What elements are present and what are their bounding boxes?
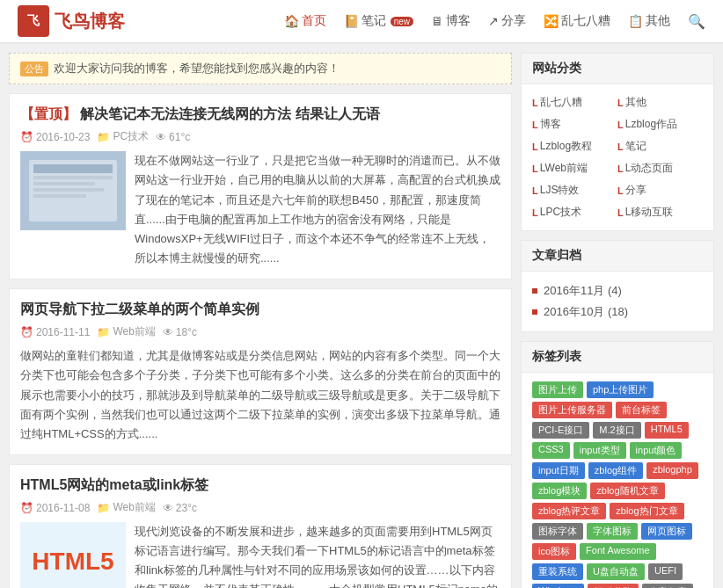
sidebar-tags-content: 图片上传php上传图片图片上传服务器前台标签PCI-E接口M.2接口HTML5C… (522, 373, 713, 588)
svg-rect-4 (33, 182, 95, 185)
category-item[interactable]: LLWeb前端 (532, 159, 617, 178)
tag-item[interactable]: Font Awesome (580, 543, 656, 560)
logo-text: 飞鸟博客 (55, 10, 125, 33)
nav-home[interactable]: 🏠 首页 (284, 13, 326, 29)
tag-item[interactable]: zblogphp (646, 462, 698, 479)
post-meta: ⏰ 2016-11-11 📁 Web前端 👁 18°c (20, 324, 500, 339)
category-item[interactable]: LLJS特效 (532, 181, 617, 200)
tag-item[interactable]: 前台标签 (616, 402, 667, 418)
category-item[interactable]: LLzblog教程 (532, 137, 617, 156)
tag-item[interactable]: php上传图片 (587, 381, 654, 398)
post-title: 网页导航下拉二级菜单的两个简单实例 (20, 300, 500, 319)
header: 飞 飞鸟博客 🏠 首页 📔 笔记new 🖥 博客 ↗ 分享 🔀 乱七八糟 📋 其… (0, 0, 723, 44)
tag-item[interactable]: input日期 (532, 462, 585, 479)
tag-item[interactable]: ico图标 (532, 543, 576, 560)
tags-container: 图片上传php上传图片图片上传服务器前台标签PCI-E接口M.2接口HTML5C… (532, 381, 703, 588)
tag-item[interactable]: 字体图标 (587, 523, 638, 540)
tag-item[interactable]: UEFI (648, 563, 683, 580)
tag-item[interactable]: zblog随机文章 (590, 483, 664, 499)
sidebar-categories-content: L乱七八糟 L其他 L博客 LLzblog作品 LLzblog教程 L笔记 LL… (522, 84, 713, 230)
tag-item[interactable]: zblog模块 (532, 483, 587, 499)
archive-dot-icon (532, 309, 537, 315)
tag-item[interactable]: 网页图标 (641, 523, 692, 540)
html5-logo: HTML5 (32, 548, 113, 576)
container: 公告 欢迎大家访问我的博客，希望您能找到您感兴趣的内容！ 【置顶】 解决笔记本无… (0, 44, 723, 588)
post-title: HTML5网站的meta或link标签 (20, 475, 500, 495)
post-views: 👁 18°c (163, 326, 197, 338)
category-item[interactable]: LLzblog作品 (617, 115, 703, 134)
tag-item[interactable]: 图片上传服务器 (532, 402, 612, 418)
post-meta: ⏰ 2016-11-08 📁 Web前端 👁 23°c (20, 500, 500, 515)
tag-item[interactable]: 图片上传 (532, 381, 583, 398)
post-excerpt: 做网站的童鞋们都知道，尤其是做博客站或是分类信息网站，网站的内容有多个类型。同一… (20, 346, 500, 443)
nav-other[interactable]: 📋 其他 (628, 13, 670, 29)
post-link[interactable]: 解决笔记本无法连接无线网的方法 结果让人无语 (80, 106, 379, 121)
sidebar-archives: 文章归档 2016年11月 (4) 2016年10月 (18) (521, 240, 714, 332)
post-category[interactable]: 📁 PC技术 (97, 129, 149, 144)
sidebar: 网站分类 L乱七八糟 L其他 L博客 LLzblog作品 LLzblog教程 L… (521, 53, 714, 588)
post-excerpt: 现代浏览设备的不断发展和进步，越来越多的页面需要用到HTML5网页标记语言进行编… (135, 522, 500, 588)
post-category[interactable]: 📁 Web前端 (97, 324, 155, 339)
post-link[interactable]: HTML5网站的meta或link标签 (20, 477, 208, 492)
svg-rect-2 (33, 164, 113, 173)
tag-item[interactable]: HTML5 (645, 422, 689, 439)
svg-rect-3 (33, 176, 113, 179)
post-link[interactable]: 网页导航下拉二级菜单的两个简单实例 (20, 301, 259, 316)
category-item[interactable]: LL移动互联 (617, 203, 703, 221)
categories-grid: L乱七八糟 L其他 L博客 LLzblog作品 LLzblog教程 L笔记 LL… (532, 93, 703, 221)
tag-item[interactable]: U盘自动盘 (587, 563, 645, 580)
post-item: HTML5网站的meta或link标签 ⏰ 2016-11-08 📁 Web前端… (9, 464, 512, 588)
tag-item[interactable]: CSS3 (532, 442, 570, 459)
archive-dot-icon (532, 288, 537, 294)
sidebar-section-title: 文章归档 (522, 241, 713, 272)
welcome-text: 欢迎大家访问我的博客，希望您能找到您感兴趣的内容！ (54, 61, 340, 76)
nav-share[interactable]: ↗ 分享 (488, 13, 526, 29)
sidebar-section-title: 标签列表 (522, 342, 713, 373)
search-icon[interactable]: 🔍 (688, 13, 705, 30)
tag-item[interactable]: zblog热评文章 (532, 503, 606, 519)
post-title: 【置顶】 解决笔记本无法连接无线网的方法 结果让人无语 (20, 105, 500, 124)
tag-item[interactable]: Windows (532, 584, 584, 588)
svg-rect-6 (33, 194, 86, 198)
post-meta: ⏰ 2016-10-23 📁 PC技术 👁 61°c (20, 129, 500, 144)
post-content: 做网站的童鞋们都知道，尤其是做博客站或是分类信息网站，网站的内容有多个类型。同一… (20, 346, 500, 443)
nav-notes[interactable]: 📔 笔记new (344, 13, 413, 29)
nav: 🏠 首页 📔 笔记new 🖥 博客 ↗ 分享 🔀 乱七八糟 📋 其他 🔍 (284, 13, 705, 30)
logo[interactable]: 飞 飞鸟博客 (18, 5, 125, 37)
post-item: 【置顶】 解决笔记本无法连接无线网的方法 结果让人无语 ⏰ 2016-10-23… (9, 93, 512, 279)
sidebar-tags: 标签列表 图片上传php上传图片图片上传服务器前台标签PCI-E接口M.2接口H… (521, 341, 714, 588)
post-content: 现在不做网站这一行业了，只是把它当做一种无聊时的消遣而已。从不做网站这一行业开始… (20, 151, 500, 268)
tag-item[interactable]: M.2接口 (593, 422, 640, 439)
sidebar-categories: 网站分类 L乱七八糟 L其他 L博客 LLzblog作品 LLzblog教程 L… (521, 53, 714, 231)
tag-item[interactable]: zblog组件 (588, 462, 643, 479)
post-views: 👁 23°c (163, 502, 197, 514)
tag-item[interactable]: PCI-E接口 (532, 422, 589, 439)
category-item[interactable]: L分享 (617, 181, 703, 200)
post-category[interactable]: 📁 Web前端 (97, 500, 155, 515)
tag-item[interactable]: 公案备案 (642, 584, 693, 588)
sidebar-section-title: 网站分类 (522, 54, 713, 84)
archive-item[interactable]: 2016年10月 (18) (532, 301, 703, 323)
sidebar-archives-content: 2016年11月 (4) 2016年10月 (18) (522, 272, 713, 331)
tag-item[interactable]: 重装系统 (532, 563, 583, 580)
archive-item[interactable]: 2016年11月 (4) (532, 280, 703, 301)
category-item[interactable]: L笔记 (617, 137, 703, 156)
category-item[interactable]: L博客 (532, 115, 617, 134)
welcome-badge: 公告 (20, 62, 48, 76)
category-item[interactable]: L乱七八糟 (532, 93, 617, 112)
tag-item[interactable]: input类型 (573, 442, 626, 459)
tag-item[interactable]: 图标字体 (532, 523, 583, 540)
tag-item[interactable]: 闷鸡乱跑 (588, 584, 639, 588)
nav-blog[interactable]: 🖥 博客 (431, 13, 471, 29)
nav-random[interactable]: 🔀 乱七八糟 (544, 13, 610, 29)
post-date-icon: ⏰ 2016-10-23 (20, 131, 90, 143)
post-excerpt: 现在不做网站这一行业了，只是把它当做一种无聊时的消遣而已。从不做网站这一行业开始… (135, 151, 500, 268)
post-date: ⏰ 2016-11-11 (20, 326, 90, 338)
tag-item[interactable]: zblog热门文章 (610, 503, 683, 519)
post-item: 网页导航下拉二级菜单的两个简单实例 ⏰ 2016-11-11 📁 Web前端 👁… (9, 288, 512, 455)
category-item[interactable]: L其他 (617, 93, 703, 112)
category-item[interactable]: LLPC技术 (532, 203, 617, 221)
welcome-bar: 公告 欢迎大家访问我的博客，希望您能找到您感兴趣的内容！ (9, 53, 512, 84)
category-item[interactable]: LL动态页面 (617, 159, 703, 178)
tag-item[interactable]: input颜色 (630, 442, 683, 459)
